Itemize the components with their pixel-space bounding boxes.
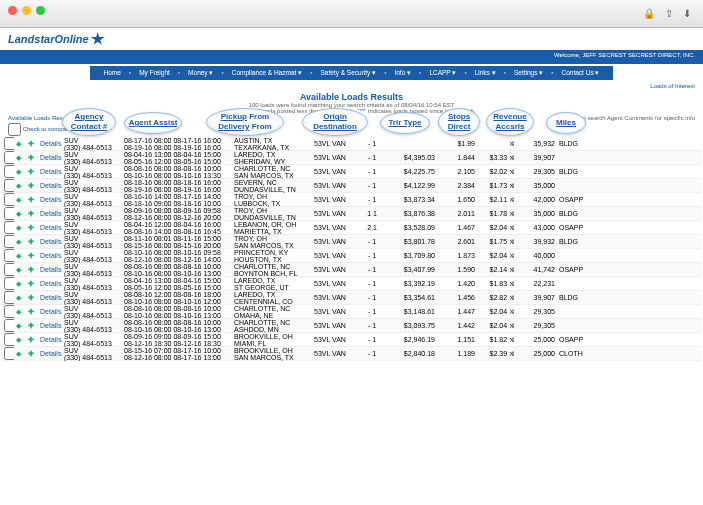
trailer-cell: 53VL VAN [312,182,357,189]
map-icon[interactable]: ◆ [14,266,26,274]
map-icon[interactable]: ◆ [14,140,26,148]
min-window[interactable] [22,6,31,15]
expand-icon[interactable]: ✚ [26,182,38,190]
details-link[interactable]: Details [38,238,62,245]
map-icon[interactable]: ◆ [14,252,26,260]
expand-icon[interactable]: ✚ [26,210,38,218]
miles-cell: $2.04 ⤭ [477,322,517,330]
row-check[interactable] [4,207,14,220]
row-check[interactable] [4,221,14,234]
details-link[interactable]: Details [38,182,62,189]
map-icon[interactable]: ◆ [14,182,26,190]
nav-item[interactable]: Home [100,69,125,76]
expand-icon[interactable]: ✚ [26,322,38,330]
row-check[interactable] [4,347,14,360]
expand-icon[interactable]: ✚ [26,238,38,246]
details-link[interactable]: Details [38,266,62,273]
details-link[interactable]: Details [38,322,62,329]
commodity-cell: OSAPP [557,224,587,231]
miles-cell: $1.82 ⤭ [477,336,517,344]
details-link[interactable]: Details [38,336,62,343]
row-check[interactable] [4,193,14,206]
expand-icon[interactable]: ✚ [26,224,38,232]
dates-cell: 08-11-16 08:01 08-11-16 15:0008-15-16 08… [122,235,232,249]
expand-icon[interactable]: ✚ [26,336,38,344]
row-check[interactable] [4,305,14,318]
weight-cell: 29,305 [517,168,557,175]
agent-cell: SUV(330) 484-6513 [62,249,122,263]
trailer-cell: 53VL VAN [312,294,357,301]
nav-item[interactable]: Info ▾ [390,69,415,76]
details-link[interactable]: Details [38,154,62,161]
row-check[interactable] [4,333,14,346]
row-check[interactable] [4,235,14,248]
expand-icon[interactable]: ✚ [26,308,38,316]
expand-icon[interactable]: ✚ [26,294,38,302]
map-icon[interactable]: ◆ [14,224,26,232]
stops-cell: - 1 [357,294,387,301]
details-link[interactable]: Details [38,308,62,315]
agent-cell: SUV(330) 484-6513 [62,305,122,319]
details-link[interactable]: Details [38,210,62,217]
details-link[interactable]: Details [38,196,62,203]
row-check[interactable] [4,165,14,178]
details-link[interactable]: Details [38,252,62,259]
origin-dest-cell: CHARLOTTE, NCOMAHA, NE [232,305,312,319]
row-check[interactable] [4,137,14,150]
map-icon[interactable]: ◆ [14,322,26,330]
brand-text: LandstarOnline [8,33,89,45]
revenue-cell: $4,122.99 [387,182,437,189]
trailer-cell: 53VL VAN [312,154,357,161]
loads-of-interest-link[interactable]: Loads of Interest [650,83,695,89]
expand-icon[interactable]: ✚ [26,196,38,204]
details-link[interactable]: Details [38,280,62,287]
trailer-cell: 53VL VAN [312,308,357,315]
expand-icon[interactable]: ✚ [26,280,38,288]
map-icon[interactable]: ◆ [14,210,26,218]
map-icon[interactable]: ◆ [14,154,26,162]
details-link[interactable]: Details [38,224,62,231]
expand-icon[interactable]: ✚ [26,140,38,148]
close-window[interactable] [8,6,17,15]
callout-revenue: Revenue Accsrls [486,108,534,136]
revenue-cell: $3,407.99 [387,266,437,273]
row-check[interactable] [4,277,14,290]
nav-item[interactable]: Safety & Security ▾ [316,69,380,76]
row-check[interactable] [4,179,14,192]
map-icon[interactable]: ◆ [14,238,26,246]
origin-dest-cell: TROY, OHSAN MARCOS, TX [232,235,312,249]
nav-item[interactable]: Links ▾ [471,69,500,76]
row-check[interactable] [4,249,14,262]
nav-item[interactable]: Compliance & Hazmat ▾ [228,69,306,76]
map-icon[interactable]: ◆ [14,294,26,302]
row-check[interactable] [4,263,14,276]
expand-icon[interactable]: ✚ [26,350,38,358]
max-window[interactable] [36,6,45,15]
download-icon[interactable]: ⬇ [683,8,691,19]
expand-icon[interactable]: ✚ [26,266,38,274]
details-link[interactable]: Details [38,350,62,357]
share-icon[interactable]: ⇪ [665,8,673,19]
nav-item[interactable]: LCAPP ▾ [425,69,460,76]
row-check[interactable] [4,319,14,332]
row-check[interactable] [4,291,14,304]
compare-check[interactable] [8,123,21,136]
details-link[interactable]: Details [38,294,62,301]
map-icon[interactable]: ◆ [14,308,26,316]
map-icon[interactable]: ◆ [14,280,26,288]
expand-icon[interactable]: ✚ [26,168,38,176]
row-check[interactable] [4,151,14,164]
details-link[interactable]: Details [38,168,62,175]
map-icon[interactable]: ◆ [14,350,26,358]
nav-item[interactable]: Settings ▾ [510,69,547,76]
details-link[interactable]: Details [38,140,62,147]
nav-item[interactable]: Contact Us ▾ [558,69,604,76]
expand-icon[interactable]: ✚ [26,252,38,260]
map-icon[interactable]: ◆ [14,196,26,204]
dates-cell: 08-08-16 08:00 08-08-16 10:0008-10-16 08… [122,165,232,179]
nav-item[interactable]: Money ▾ [184,69,217,76]
nav-item[interactable]: My Freight [135,69,174,76]
expand-icon[interactable]: ✚ [26,154,38,162]
map-icon[interactable]: ◆ [14,336,26,344]
map-icon[interactable]: ◆ [14,168,26,176]
